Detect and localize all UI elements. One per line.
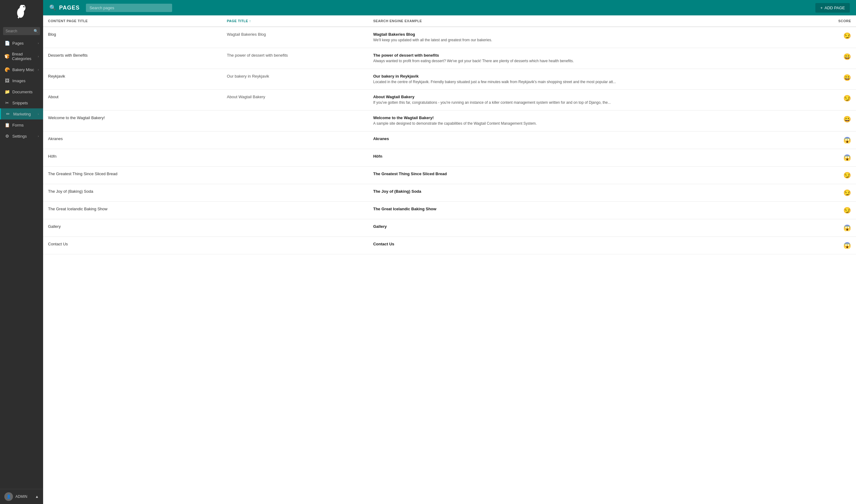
cell-score: 😏	[815, 184, 856, 201]
table-row: The Greatest Thing Since Sliced BreadThe…	[43, 166, 856, 184]
cell-content-title: Reykjavik	[43, 69, 222, 90]
cell-content-title: Contact Us	[43, 236, 222, 254]
svg-point-4	[24, 6, 25, 7]
svg-point-2	[17, 8, 24, 18]
cell-score: 😱	[815, 219, 856, 236]
cell-page-title	[222, 166, 368, 184]
table-row: HöfnHöfn😱	[43, 149, 856, 166]
sidebar-item-marketing[interactable]: ✏ Marketing ›	[0, 108, 43, 120]
marketing-chevron-icon: ›	[38, 112, 39, 116]
user-name-label: ADMIN	[15, 494, 28, 499]
seo-title-text: The Joy of (Baking) Soda	[373, 189, 810, 194]
seo-title-text: Our bakery in Reykjavik	[373, 74, 810, 78]
pages-chevron-icon: ›	[38, 41, 39, 45]
seo-title-text: Wagtail Bakeries Blog	[373, 32, 810, 37]
pages-search-input[interactable]	[86, 4, 172, 12]
cell-content-title: The Greatest Thing Since Sliced Bread	[43, 166, 222, 184]
sidebar-item-marketing-label: Marketing	[13, 112, 31, 116]
sidebar-navigation: 📄 Pages › 🍞 Bread Categories › 🥐 Bakery …	[0, 38, 43, 489]
cell-seo: Our bakery in ReykjavikLocated in the ce…	[368, 69, 815, 90]
sidebar-item-images[interactable]: 🖼 Images	[0, 75, 43, 86]
cell-seo: The power of dessert with benefitsAlways…	[368, 48, 815, 69]
table-row: ReykjavikOur bakery in ReykjavikOur bake…	[43, 69, 856, 90]
sidebar-item-images-label: Images	[12, 78, 25, 83]
cell-seo: Contact Us	[368, 236, 815, 254]
page-title: PAGES	[59, 5, 80, 11]
table-row: AboutAbout Wagtail BakeryAbout Wagtail B…	[43, 90, 856, 110]
column-header-seo: SEARCH ENGINE EXAMPLE	[368, 15, 815, 27]
seo-desc-text: If you've gotten this far, congratulatio…	[373, 100, 810, 105]
table-row: The Joy of (Baking) SodaThe Joy of (Baki…	[43, 184, 856, 201]
cell-score: 😱	[815, 236, 856, 254]
cell-content-title: Akranes	[43, 131, 222, 149]
seo-title-text: Contact Us	[373, 242, 810, 246]
footer-chevron-icon: ▲	[35, 494, 39, 499]
main-content: 🔍 PAGES + ADD PAGE CONTENT PAGE TITLE PA…	[43, 0, 856, 504]
sidebar-item-pages[interactable]: 📄 Pages ›	[0, 38, 43, 49]
cell-page-title	[222, 149, 368, 166]
cell-seo: Akranes	[368, 131, 815, 149]
seo-desc-text: We'll keep you updated with all the late…	[373, 38, 810, 43]
header: 🔍 PAGES + ADD PAGE	[43, 0, 856, 15]
sidebar-item-bakery-misc[interactable]: 🥐 Bakery Misc ›	[0, 64, 43, 75]
cell-page-title: Wagtail Bakeries Blog	[222, 27, 368, 48]
column-header-page-title[interactable]: PAGE TITLE ↑	[222, 15, 368, 27]
seo-desc-text: A sample site designed to demonstrate th…	[373, 121, 810, 126]
cell-seo: Höfn	[368, 149, 815, 166]
bread-categories-icon: 🍞	[4, 54, 10, 59]
cell-score: 😏	[815, 166, 856, 184]
add-icon: +	[820, 5, 823, 10]
cell-page-title	[222, 236, 368, 254]
pages-table: CONTENT PAGE TITLE PAGE TITLE ↑ SEARCH E…	[43, 15, 856, 254]
documents-icon: 📁	[4, 89, 10, 94]
images-icon: 🖼	[4, 78, 10, 83]
settings-icon: ⚙	[4, 133, 10, 139]
seo-title-text: The Great Icelandic Baking Show	[373, 206, 810, 211]
table-row: AkranesAkranes😱	[43, 131, 856, 149]
bread-categories-chevron-icon: ›	[38, 55, 39, 58]
table-row: BlogWagtail Bakeries BlogWagtail Bakerie…	[43, 27, 856, 48]
cell-seo: Gallery	[368, 219, 815, 236]
cell-content-title: Höfn	[43, 149, 222, 166]
sidebar-item-pages-label: Pages	[12, 41, 24, 46]
cell-page-title	[222, 184, 368, 201]
cell-content-title: Gallery	[43, 219, 222, 236]
sidebar-footer[interactable]: 👤 ADMIN ▲	[0, 489, 43, 504]
table-row: GalleryGallery😱	[43, 219, 856, 236]
seo-title-text: Welcome to the Wagtail Bakery!	[373, 115, 810, 120]
cell-score: 😀	[815, 110, 856, 131]
add-page-label: ADD PAGE	[825, 5, 845, 10]
sidebar-item-settings-label: Settings	[12, 134, 27, 139]
sidebar-item-forms-label: Forms	[12, 123, 24, 127]
sidebar-item-snippets-label: Snippets	[12, 101, 28, 105]
sidebar-item-documents-label: Documents	[12, 90, 33, 94]
cell-content-title: Blog	[43, 27, 222, 48]
seo-desc-text: Located in the centre of Reykjavik. Frie…	[373, 79, 810, 85]
cell-score: 😀	[815, 69, 856, 90]
cell-seo: The Greatest Thing Since Sliced Bread	[368, 166, 815, 184]
header-search-icon: 🔍	[49, 4, 56, 11]
sidebar-item-snippets[interactable]: ✂ Snippets	[0, 97, 43, 108]
cell-page-title: The power of dessert with benefits	[222, 48, 368, 69]
sidebar-item-forms[interactable]: 📋 Forms	[0, 120, 43, 130]
cell-seo: About Wagtail BakeryIf you've gotten thi…	[368, 90, 815, 110]
column-header-content-title: CONTENT PAGE TITLE	[43, 15, 222, 27]
table-body: BlogWagtail Bakeries BlogWagtail Bakerie…	[43, 27, 856, 254]
header-title-area: 🔍 PAGES	[49, 4, 80, 11]
cell-page-title	[222, 131, 368, 149]
cell-seo: The Joy of (Baking) Soda	[368, 184, 815, 201]
sidebar-logo	[0, 0, 43, 25]
sidebar-search-button[interactable]: 🔍	[34, 29, 38, 33]
cell-score: 😱	[815, 149, 856, 166]
cell-content-title: Welcome to the Wagtail Bakery!	[43, 110, 222, 131]
sidebar-item-documents[interactable]: 📁 Documents	[0, 86, 43, 97]
cell-content-title: The Great Icelandic Baking Show	[43, 201, 222, 219]
settings-chevron-icon: ›	[38, 134, 39, 138]
sidebar-item-bread-categories-label: Bread Categories	[12, 52, 38, 61]
add-page-button[interactable]: + ADD PAGE	[815, 3, 850, 13]
seo-title-text: The Greatest Thing Since Sliced Bread	[373, 172, 810, 176]
sidebar-item-settings[interactable]: ⚙ Settings ›	[0, 130, 43, 142]
column-header-score: SCORE	[815, 15, 856, 27]
sidebar-item-bread-categories[interactable]: 🍞 Bread Categories ›	[0, 49, 43, 64]
marketing-icon: ✏	[5, 111, 11, 116]
